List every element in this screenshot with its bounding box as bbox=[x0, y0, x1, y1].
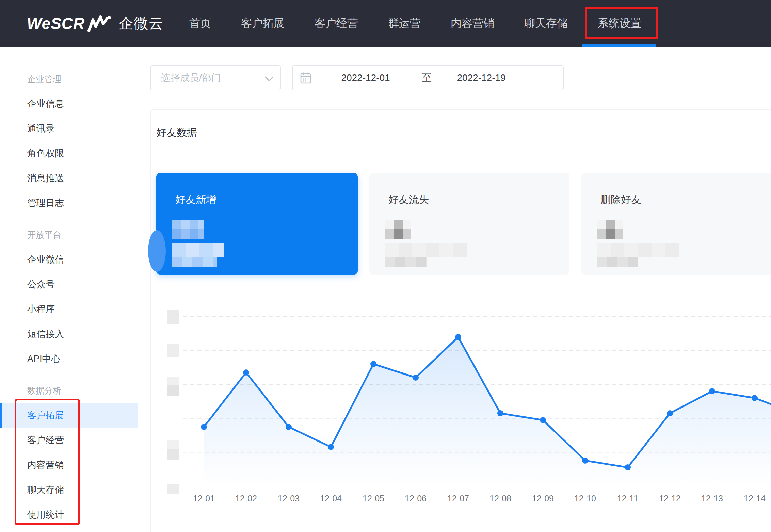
sidebar-item-2-4[interactable]: 使用统计 bbox=[0, 502, 138, 527]
nav-item-3[interactable]: 群运营 bbox=[388, 0, 421, 47]
data-point bbox=[201, 424, 207, 430]
stat-card-0[interactable]: 好友新增 bbox=[156, 173, 358, 275]
redacted-value-block bbox=[172, 257, 217, 267]
stat-card-2[interactable]: 删除好友 bbox=[581, 173, 771, 275]
primary-nav: 首页客户拓展客户经营群运营内容营销聊天存储系统设置 bbox=[189, 0, 641, 47]
redacted-y-tick-label bbox=[167, 385, 179, 396]
sidebar-item-1-2[interactable]: 小程序 bbox=[0, 297, 138, 322]
sidebar-item-2-3[interactable]: 聊天存储 bbox=[0, 478, 138, 502]
sidebar-section-1: 开放平台企业微信公众号小程序短信接入API中心 bbox=[0, 222, 138, 371]
friend-trend-chart: 12-0112-0212-0312-0412-0512-0612-0712-08… bbox=[151, 300, 771, 525]
redacted-value-block bbox=[597, 243, 679, 257]
stat-card-row: 好友新增好友流失删除好友 bbox=[156, 173, 771, 275]
x-tick-label: 12-07 bbox=[447, 494, 469, 503]
redacted-value-block bbox=[385, 229, 411, 239]
app: WeSCR 企微云 首页客户拓展客户经营群运营内容营销聊天存储系统设置 企业管理… bbox=[0, 0, 771, 532]
sidebar-item-0-3[interactable]: 消息推送 bbox=[0, 166, 138, 191]
x-tick-label: 12-03 bbox=[278, 494, 300, 503]
sidebar-item-1-4[interactable]: API中心 bbox=[0, 347, 138, 371]
logo-text-primary: WeSCR bbox=[27, 14, 85, 33]
sidebar-item-1-0[interactable]: 企业微信 bbox=[0, 247, 138, 272]
x-tick-label: 12-02 bbox=[235, 494, 257, 503]
x-tick-label: 12-10 bbox=[574, 494, 596, 503]
redacted-value-block bbox=[385, 220, 411, 229]
sidebar-item-1-3[interactable]: 短信接入 bbox=[0, 322, 138, 347]
calendar-icon bbox=[300, 72, 311, 84]
sidebar-item-0-1[interactable]: 通讯录 bbox=[0, 116, 138, 141]
x-tick-label: 12-06 bbox=[405, 494, 427, 503]
area-fill bbox=[204, 337, 771, 486]
sidebar-section-title: 数据分析 bbox=[0, 378, 138, 403]
date-range-separator: 至 bbox=[417, 71, 437, 84]
stat-card-label: 好友新增 bbox=[175, 193, 216, 207]
date-start-input[interactable]: 2022-12-01 bbox=[321, 72, 410, 83]
data-point bbox=[752, 395, 758, 401]
brand-logo[interactable]: WeSCR 企微云 bbox=[27, 0, 164, 47]
nav-item-6[interactable]: 系统设置 bbox=[598, 0, 641, 47]
data-point bbox=[243, 369, 249, 376]
data-point bbox=[455, 334, 461, 340]
panel-divider bbox=[156, 155, 771, 155]
member-department-select[interactable]: 选择成员/部门 bbox=[150, 65, 281, 90]
sidebar-section-2: 数据分析客户拓展客户经营内容营销聊天存储使用统计 bbox=[0, 378, 138, 527]
sidebar-item-0-4[interactable]: 管理日志 bbox=[0, 191, 138, 216]
sidebar: 企业管理企业信息通讯录角色权限消息推送管理日志开放平台企业微信公众号小程序短信接… bbox=[0, 47, 138, 532]
redacted-y-tick-label bbox=[167, 377, 179, 385]
stat-card-label: 删除好友 bbox=[600, 193, 641, 207]
nav-item-2[interactable]: 客户经营 bbox=[315, 0, 358, 47]
x-tick-label: 12-05 bbox=[363, 494, 384, 503]
redacted-y-tick-label bbox=[167, 310, 179, 324]
logo-text-product: 企微云 bbox=[119, 14, 164, 33]
data-point bbox=[328, 444, 334, 450]
x-tick-label: 12-11 bbox=[617, 494, 638, 503]
friend-data-panel: 好友数据 好友新增好友流失删除好友 12-0112-0212-0312-0412… bbox=[150, 109, 771, 532]
x-tick-label: 12-14 bbox=[744, 494, 766, 503]
redacted-y-tick-label bbox=[167, 484, 179, 494]
data-point bbox=[370, 361, 376, 367]
top-navbar: WeSCR 企微云 首页客户拓展客户经营群运营内容营销聊天存储系统设置 bbox=[0, 0, 771, 47]
sidebar-item-1-1[interactable]: 公众号 bbox=[0, 272, 138, 297]
data-point bbox=[582, 458, 588, 464]
date-end-input[interactable]: 2022-12-19 bbox=[437, 72, 526, 83]
redacted-y-tick-label bbox=[167, 440, 179, 449]
logo-chart-m-icon bbox=[87, 15, 112, 32]
sidebar-item-2-1[interactable]: 客户经营 bbox=[0, 428, 138, 453]
navbar-divider bbox=[136, 47, 771, 47]
sidebar-item-0-2[interactable]: 角色权限 bbox=[0, 141, 138, 166]
redacted-value-block bbox=[597, 257, 638, 267]
data-point bbox=[625, 464, 631, 470]
redacted-value-block bbox=[597, 220, 623, 229]
redacted-value-block bbox=[385, 243, 467, 257]
nav-item-1[interactable]: 客户拓展 bbox=[241, 0, 285, 47]
x-tick-label: 12-01 bbox=[193, 494, 215, 503]
sidebar-section-0: 企业管理企业信息通讯录角色权限消息推送管理日志 bbox=[0, 67, 138, 216]
sidebar-item-0-0[interactable]: 企业信息 bbox=[0, 92, 138, 116]
stat-card-label: 好友流失 bbox=[388, 193, 429, 207]
sidebar-item-2-2[interactable]: 内容营销 bbox=[0, 453, 138, 478]
sidebar-item-2-0[interactable]: 客户拓展 bbox=[0, 403, 138, 428]
data-point bbox=[497, 410, 503, 416]
redacted-value-block bbox=[385, 257, 427, 267]
select-placeholder: 选择成员/部门 bbox=[161, 71, 221, 84]
active-nav-underline bbox=[582, 44, 656, 47]
date-range-picker[interactable]: 2022-12-01 至 2022-12-19 bbox=[292, 65, 564, 90]
data-point bbox=[709, 388, 715, 394]
data-point bbox=[413, 375, 419, 381]
x-tick-label: 12-12 bbox=[659, 494, 681, 503]
chevron-down-icon bbox=[265, 72, 273, 81]
sidebar-section-title: 企业管理 bbox=[0, 67, 138, 92]
redacted-y-tick-label bbox=[167, 449, 179, 460]
redacted-value-block bbox=[172, 243, 224, 257]
nav-item-0[interactable]: 首页 bbox=[189, 0, 211, 47]
x-tick-label: 12-04 bbox=[320, 494, 342, 503]
redacted-y-tick-label bbox=[167, 344, 179, 357]
redacted-value-block bbox=[597, 229, 623, 239]
nav-item-4[interactable]: 内容营销 bbox=[451, 0, 494, 47]
stat-card-1[interactable]: 好友流失 bbox=[369, 173, 569, 275]
x-tick-label: 12-09 bbox=[532, 494, 554, 503]
sidebar-section-title: 开放平台 bbox=[0, 222, 138, 247]
nav-item-5[interactable]: 聊天存储 bbox=[524, 0, 568, 47]
panel-title: 好友数据 bbox=[156, 126, 197, 140]
x-tick-label: 12-08 bbox=[489, 494, 511, 503]
line-chart-svg: 12-0112-0212-0312-0412-0512-0612-0712-08… bbox=[151, 300, 771, 525]
